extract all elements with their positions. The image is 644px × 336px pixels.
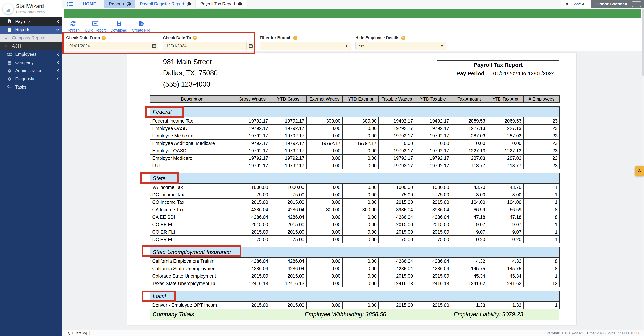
- row-description: Employer Medicare: [150, 154, 234, 162]
- sidebar-item-reports[interactable]: Reports: [0, 26, 62, 34]
- section-title: State: [150, 173, 560, 183]
- tab-payroll-tax-report[interactable]: Payroll Tax Report: [196, 0, 247, 8]
- close-all-button[interactable]: « Close All: [561, 0, 591, 8]
- event-log-button[interactable]: Event log: [65, 331, 90, 335]
- row-value: 287.03: [487, 154, 524, 162]
- row-value: 0.00: [342, 257, 379, 265]
- dropdown-arrow-icon: ▼: [342, 42, 351, 50]
- app-subtitle: StaffWizard Demo: [16, 10, 45, 14]
- row-value: 300.00: [342, 117, 379, 125]
- filter-branch: Filter for Branch ? ▼: [260, 36, 351, 50]
- sidebar-item-company-reports[interactable]: Company Reports: [0, 34, 62, 42]
- table-row: CA Income Tax4286.044286.04300.00300.003…: [150, 206, 560, 213]
- column-header-employees: # Employees: [524, 96, 560, 103]
- download-button[interactable]: Download: [110, 20, 127, 33]
- row-value: 0.00: [306, 257, 342, 265]
- calendar-icon[interactable]: [246, 42, 255, 50]
- gear-icon: [7, 77, 12, 81]
- row-value: 4286.04: [270, 213, 306, 221]
- check-date-from-input[interactable]: 01/01/2024: [66, 42, 158, 50]
- row-value: 2015.00: [270, 228, 306, 236]
- help-icon[interactable]: ?: [293, 36, 298, 40]
- row-value: 75.00: [270, 191, 306, 198]
- row-value: 0.00: [306, 147, 342, 154]
- employer-liability-total: Employer Liability: 3079.23: [454, 311, 523, 318]
- address-line: Dallas, TX, 75080: [163, 68, 218, 79]
- calendar-icon[interactable]: [150, 42, 158, 50]
- check-date-to-input[interactable]: 12/01/2024: [163, 42, 255, 50]
- row-value: 8: [524, 257, 560, 265]
- row-value: 75.00: [234, 236, 270, 243]
- row-value: 0.00: [306, 191, 342, 198]
- sidebar-item-payrolls[interactable]: $ Payrolls: [0, 17, 62, 26]
- row-value: 23: [524, 139, 560, 147]
- tab-payroll-register-report[interactable]: Payroll Register Report: [136, 0, 196, 8]
- row-value: 300.00: [306, 117, 342, 125]
- row-value: 0.00: [306, 213, 342, 221]
- user-menu-button[interactable]: ...: [632, 1, 641, 7]
- sidebar-item-ach[interactable]: ACH: [0, 42, 62, 50]
- pay-period-label: Pay Period:: [437, 69, 489, 78]
- help-icon[interactable]: ?: [401, 36, 405, 40]
- toolbar: RefreshBuild ReportDownloadCreate File: [66, 20, 150, 33]
- pay-period-value: 01/01/2024 to 12/01/2024: [489, 69, 559, 78]
- row-value: 19792.17: [379, 147, 415, 154]
- branch-select[interactable]: ▼: [260, 42, 351, 50]
- hide-employee-details-select[interactable]: Yes ▼: [355, 42, 446, 50]
- table-row: DC ER FLI75.0075.000.000.0075.0075.000.2…: [150, 236, 560, 243]
- sidebar-item-tasks[interactable]: Tasks: [0, 83, 62, 91]
- circle-bullet-icon: [4, 36, 8, 40]
- row-value: 0.00: [306, 265, 342, 272]
- refresh-button[interactable]: Refresh: [66, 20, 80, 33]
- sidebar-item-diagnostic[interactable]: Diagnostic: [0, 75, 62, 83]
- row-value: 9.07: [451, 228, 487, 236]
- tab-reports[interactable]: Reports: [104, 0, 136, 8]
- filter-label: Hide Employee Details: [355, 36, 399, 40]
- table-row: CO EE FLI2015.002015.000.000.002015.0020…: [150, 221, 560, 228]
- help-icon[interactable]: ?: [102, 36, 106, 40]
- close-tab-icon[interactable]: [238, 2, 242, 6]
- row-value: 2015.00: [234, 301, 270, 309]
- main-area: HOME Reports Payroll Register Report Pay…: [62, 0, 644, 336]
- row-value: 75.00: [415, 236, 451, 243]
- toolbar-button-label: Download: [110, 28, 127, 33]
- row-value: 19792.17: [270, 162, 306, 169]
- row-value: 19492.17: [379, 117, 415, 125]
- sidebar-item-employees[interactable]: Employees: [0, 50, 62, 58]
- tab-home[interactable]: HOME: [76, 0, 104, 8]
- app-logo[interactable]: [2, 3, 14, 14]
- row-description: VA Income Tax: [150, 183, 234, 191]
- sidebar-item-company[interactable]: Company: [0, 58, 62, 67]
- sidebar: StaffWizard StaffWizard Demo $ Payrolls …: [0, 0, 62, 336]
- status-bar: Event log Version: 1.12.6 (#fe1d3) Time:…: [62, 330, 644, 336]
- row-value: 4286.04: [415, 257, 451, 265]
- tab-label: Payroll Register Report: [140, 2, 184, 7]
- row-value: 1227.13: [487, 125, 524, 132]
- row-description: Employee Medicare: [150, 132, 234, 139]
- row-value: 19792.17: [306, 139, 342, 147]
- row-value: 0.00: [306, 280, 342, 287]
- row-value: 118.77: [487, 162, 524, 169]
- table-row: California Employment Trainin4286.044286…: [150, 257, 560, 265]
- row-value: 1.33: [451, 301, 487, 309]
- filter-label: Check Date From: [66, 36, 100, 40]
- scrollbar-thumb[interactable]: [642, 9, 644, 76]
- sidebar-item-administration[interactable]: Administration: [0, 67, 62, 75]
- user-box[interactable]: Conor Boatman ...: [591, 0, 644, 8]
- row-value: 2069.53: [451, 117, 487, 125]
- create-file-button[interactable]: Create File: [132, 20, 150, 33]
- help-icon[interactable]: ?: [193, 36, 197, 40]
- row-value: 2015.00: [234, 228, 270, 236]
- sidebar-item-label: Tasks: [15, 85, 55, 90]
- close-tab-icon[interactable]: [187, 2, 191, 6]
- close-tab-icon[interactable]: [126, 2, 131, 6]
- build-report-button[interactable]: Build Report: [85, 20, 106, 33]
- row-value: 4286.04: [379, 257, 415, 265]
- row-value: 19792.17: [234, 117, 270, 125]
- refresh-icon: [70, 20, 76, 27]
- table-row: Employee OASDI19792.1719792.170.000.0019…: [150, 125, 560, 132]
- sidebar-collapse-button[interactable]: [64, 0, 76, 8]
- help-widget-tab[interactable]: [635, 166, 644, 176]
- row-description: CA Income Tax: [150, 206, 234, 213]
- row-description: Federal Income Tax: [150, 117, 234, 125]
